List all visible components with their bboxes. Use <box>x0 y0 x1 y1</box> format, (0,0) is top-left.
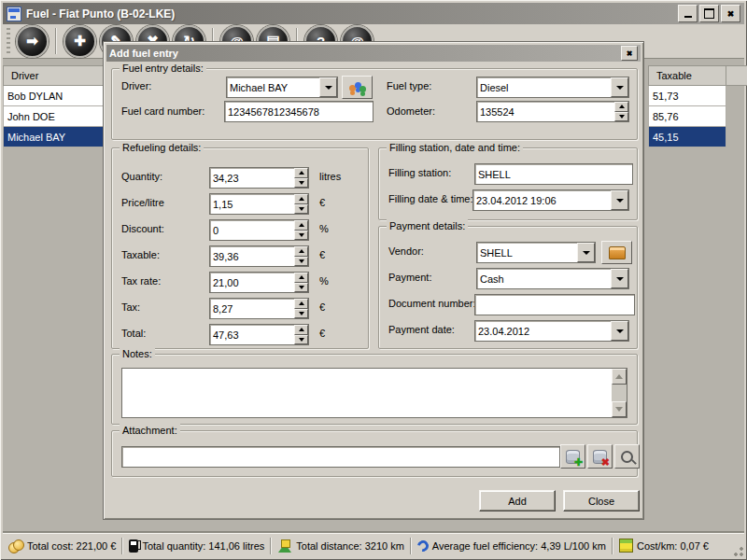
filling-station-group: Filling station, date and time: Filling … <box>378 147 638 220</box>
app-icon <box>7 7 21 21</box>
spin-up-icon[interactable] <box>294 246 308 257</box>
fuel-card-input[interactable] <box>224 101 374 122</box>
payment-value[interactable] <box>477 269 611 288</box>
chevron-down-icon[interactable] <box>577 243 595 262</box>
payment-date-value[interactable] <box>475 321 611 341</box>
table-row-selected[interactable]: 45,15 <box>648 127 726 147</box>
attachment-view-button[interactable] <box>614 444 640 469</box>
table-row[interactable]: John DOE <box>3 106 104 127</box>
taxable-value[interactable] <box>210 246 294 266</box>
chevron-down-icon[interactable] <box>611 269 628 288</box>
table-row[interactable]: 51,73 <box>648 86 726 106</box>
maximize-button[interactable] <box>699 5 719 22</box>
add-entry-button[interactable]: ✚ <box>63 25 96 58</box>
manage-vendors-button[interactable] <box>601 241 632 264</box>
total-spinner[interactable] <box>209 324 309 345</box>
magnifier-icon <box>621 451 633 463</box>
taxable-unit: € <box>319 249 325 260</box>
chevron-down-icon[interactable] <box>611 190 628 210</box>
close-button[interactable]: ✖ <box>721 5 740 22</box>
payment-combobox[interactable] <box>476 268 629 289</box>
discount-label: Discount: <box>121 223 164 234</box>
discount-unit: % <box>319 223 329 234</box>
minimize-button[interactable] <box>678 5 698 22</box>
chevron-down-icon[interactable] <box>611 77 628 97</box>
notes-textarea[interactable] <box>122 369 612 417</box>
tax-rate-spinner[interactable] <box>209 272 309 293</box>
spin-up-icon[interactable] <box>294 299 308 309</box>
spin-up-icon[interactable] <box>294 168 308 178</box>
total-quantity-text: Total quantity: 141,06 litres <box>142 540 264 552</box>
exit-button[interactable]: ➡ <box>16 25 49 58</box>
notes-scrollbar[interactable] <box>612 369 627 417</box>
table-row[interactable]: Bob DYLAN <box>3 86 104 106</box>
database-remove-icon: ✖ <box>593 450 607 464</box>
taxable-column-header[interactable]: Taxable <box>648 65 726 86</box>
statusbar-total-cost: Total cost: 221,00 € <box>3 534 121 557</box>
fuel-type-label: Fuel type: <box>387 80 431 91</box>
table-row[interactable]: 85,76 <box>648 106 726 127</box>
manage-drivers-button[interactable] <box>342 76 373 99</box>
spin-down-icon[interactable] <box>294 204 308 215</box>
driver-combobox[interactable] <box>226 77 338 98</box>
spin-down-icon[interactable] <box>294 309 308 319</box>
vendor-combobox[interactable] <box>476 242 596 263</box>
dialog-title: Add fuel entry <box>109 48 178 59</box>
tax-rate-value[interactable] <box>210 273 294 292</box>
add-button[interactable]: Add <box>479 490 556 511</box>
vendor-value[interactable] <box>477 243 577 262</box>
chevron-down-icon[interactable] <box>319 77 337 97</box>
price-per-litre-value[interactable] <box>210 194 294 214</box>
plus-icon: ✚ <box>74 33 86 49</box>
spin-down-icon[interactable] <box>294 231 308 241</box>
spin-down-icon[interactable] <box>294 335 308 345</box>
payment-date-picker[interactable] <box>474 320 629 342</box>
close-dialog-button[interactable]: Close <box>563 490 640 511</box>
scroll-down-icon[interactable] <box>612 401 627 417</box>
discount-value[interactable] <box>210 220 294 240</box>
odometer-value[interactable] <box>477 102 614 121</box>
fuel-type-combobox[interactable] <box>476 77 629 98</box>
tax-unit: € <box>319 301 325 313</box>
spin-up-icon[interactable] <box>294 273 308 283</box>
chevron-down-icon[interactable] <box>611 321 628 341</box>
spin-up-icon[interactable] <box>614 102 628 112</box>
discount-spinner[interactable] <box>209 219 309 241</box>
driver-column-header[interactable]: Driver <box>3 65 104 86</box>
window-titlebar: Fuel - Fiat Punto (B-02-LKE) ✖ <box>3 3 744 24</box>
fuel-type-value[interactable] <box>477 77 611 97</box>
attachment-add-button[interactable]: ✚ <box>560 444 585 469</box>
toolbar-grip[interactable] <box>7 28 10 54</box>
scroll-up-icon[interactable] <box>612 369 627 385</box>
resize-grip[interactable] <box>733 546 744 557</box>
odometer-spinner[interactable] <box>476 101 629 122</box>
filling-datetime-picker[interactable] <box>472 189 629 211</box>
tax-value[interactable] <box>210 299 294 318</box>
total-value[interactable] <box>210 325 294 344</box>
spin-up-icon[interactable] <box>294 325 308 335</box>
driver-value[interactable] <box>227 77 319 97</box>
dialog-close-button[interactable]: ✖ <box>621 46 638 61</box>
attachment-remove-button[interactable]: ✖ <box>587 444 613 469</box>
filling-station-input[interactable] <box>474 163 633 185</box>
total-cost-text: Total cost: 221,00 € <box>27 540 116 552</box>
spin-down-icon[interactable] <box>294 257 308 267</box>
table-row-selected[interactable]: Michael BAY <box>3 127 104 147</box>
tax-spinner[interactable] <box>209 298 309 319</box>
fuel-card-label: Fuel card number: <box>121 105 204 117</box>
quantity-spinner[interactable] <box>209 167 309 189</box>
spin-up-icon[interactable] <box>294 194 308 204</box>
attachment-group: Attachment: ✚ ✖ <box>111 430 638 477</box>
spin-down-icon[interactable] <box>294 178 308 189</box>
document-number-input[interactable] <box>474 294 635 315</box>
payment-label: Payment: <box>388 272 431 283</box>
price-per-litre-spinner[interactable] <box>209 193 309 215</box>
quantity-value[interactable] <box>210 168 294 188</box>
grid-header-filler <box>726 65 747 86</box>
filling-datetime-value[interactable] <box>473 190 611 210</box>
spin-down-icon[interactable] <box>294 283 308 293</box>
taxable-spinner[interactable] <box>209 245 309 267</box>
spin-up-icon[interactable] <box>294 220 308 231</box>
spin-down-icon[interactable] <box>614 112 628 122</box>
attachment-path-input[interactable] <box>121 446 560 468</box>
